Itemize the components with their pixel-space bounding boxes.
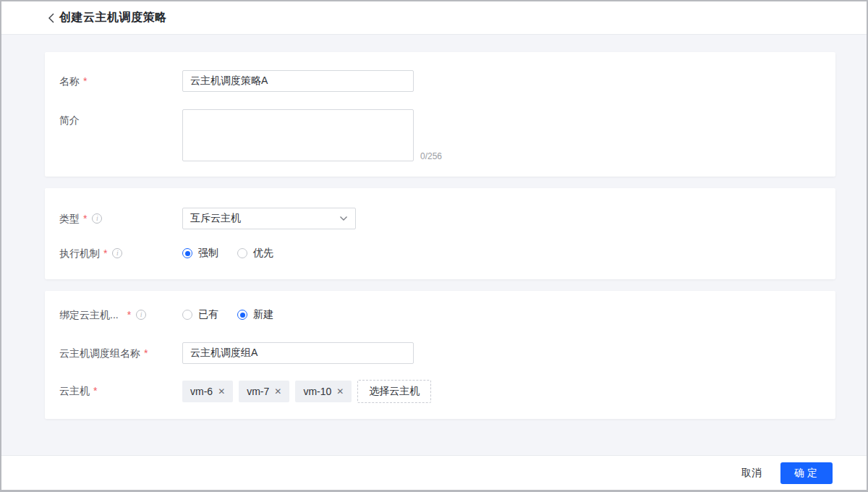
info-icon[interactable]: i — [112, 248, 122, 258]
hosts-row: 云主机* vm-6 ✕ vm-7 ✕ vm-10 ✕ 选择云主机 — [45, 380, 835, 403]
name-label: 名称* — [45, 70, 182, 92]
required-mark: * — [127, 304, 131, 326]
required-mark: * — [144, 342, 148, 364]
host-tag: vm-7 ✕ — [239, 381, 289, 402]
hosts-label: 云主机* — [45, 380, 182, 402]
back-icon[interactable] — [45, 12, 58, 25]
required-mark: * — [93, 380, 97, 402]
form-body: 名称* 简介 0/256 类型*i 互斥云主机 — [1, 35, 867, 455]
radio-icon — [182, 310, 192, 320]
page-header: 创建云主机调度策略 — [1, 1, 867, 35]
required-mark: * — [83, 70, 87, 92]
mechanism-radio-group: 强制 优先 — [182, 242, 292, 264]
type-select-value: 互斥云主机 — [190, 212, 241, 225]
description-label: 简介 — [45, 109, 182, 131]
group-name-row: 云主机调度组名称* — [45, 342, 835, 364]
footer-action-bar: 取消 确定 — [1, 455, 867, 490]
host-tag: vm-6 ✕ — [182, 381, 233, 402]
basic-info-card: 名称* 简介 0/256 — [45, 52, 835, 177]
radio-mechanism-force[interactable]: 强制 — [182, 247, 218, 260]
select-hosts-button[interactable]: 选择云主机 — [357, 380, 431, 403]
radio-mechanism-priority[interactable]: 优先 — [237, 247, 273, 260]
cancel-button[interactable]: 取消 — [741, 467, 762, 480]
page-frame: 创建云主机调度策略 名称* 简介 0/256 — [0, 0, 868, 492]
close-icon[interactable]: ✕ — [274, 387, 281, 396]
host-tag: vm-10 ✕ — [295, 381, 352, 402]
info-icon[interactable]: i — [136, 310, 146, 320]
required-mark: * — [103, 242, 107, 264]
binding-card: 绑定云主机...*i 已有 新建 云主机调度组名称* — [45, 291, 835, 419]
char-counter: 0/256 — [420, 151, 442, 161]
mechanism-label: 执行机制*i — [45, 242, 182, 264]
name-input[interactable] — [182, 70, 414, 92]
type-label: 类型*i — [45, 208, 182, 229]
type-select[interactable]: 互斥云主机 — [182, 208, 356, 229]
bind-group-radio-group: 已有 新建 — [182, 304, 292, 326]
group-name-input[interactable] — [182, 342, 414, 364]
policy-type-card: 类型*i 互斥云主机 执行机制*i — [45, 188, 835, 279]
type-row: 类型*i 互斥云主机 — [45, 208, 835, 229]
radio-icon — [237, 310, 247, 320]
description-field-wrap: 0/256 — [182, 109, 442, 161]
host-tags-row: vm-6 ✕ vm-7 ✕ vm-10 ✕ 选择云主机 — [182, 380, 431, 403]
radio-bind-new[interactable]: 新建 — [237, 308, 273, 321]
name-row: 名称* — [45, 70, 835, 92]
radio-icon — [237, 248, 247, 258]
radio-bind-existing[interactable]: 已有 — [182, 308, 218, 321]
mechanism-row: 执行机制*i 强制 优先 — [45, 242, 835, 264]
close-icon[interactable]: ✕ — [218, 387, 225, 396]
radio-icon — [182, 248, 192, 258]
bind-group-row: 绑定云主机...*i 已有 新建 — [45, 304, 835, 326]
chevron-down-icon — [339, 216, 348, 221]
description-row: 简介 0/256 — [45, 109, 835, 161]
close-icon[interactable]: ✕ — [336, 387, 344, 396]
info-icon[interactable]: i — [92, 213, 102, 224]
required-mark: * — [83, 208, 87, 229]
confirm-button[interactable]: 确定 — [780, 462, 833, 484]
group-name-label: 云主机调度组名称* — [45, 342, 182, 364]
description-textarea[interactable] — [182, 109, 414, 161]
page-title: 创建云主机调度策略 — [59, 10, 167, 25]
bind-group-label: 绑定云主机...*i — [45, 304, 182, 326]
